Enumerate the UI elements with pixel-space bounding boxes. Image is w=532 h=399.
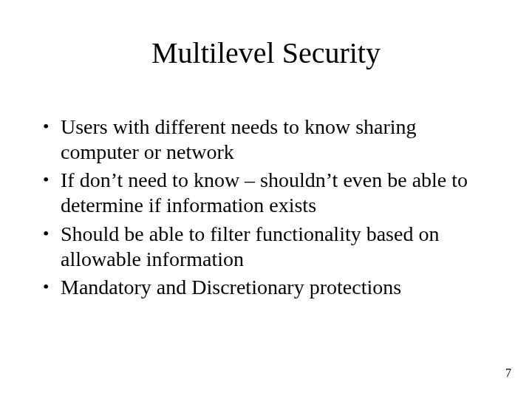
list-item: Mandatory and Discretionary protections: [40, 275, 492, 300]
slide: Multilevel Security Users with different…: [0, 0, 532, 399]
slide-body: Users with different needs to know shari…: [40, 115, 492, 303]
list-item: Should be able to filter functionality b…: [40, 222, 492, 272]
list-item: Users with different needs to know shari…: [40, 115, 492, 165]
list-item: If don’t need to know – shouldn’t even b…: [40, 168, 492, 218]
slide-title: Multilevel Security: [0, 35, 532, 70]
bullet-list: Users with different needs to know shari…: [40, 115, 492, 300]
page-number: 7: [505, 366, 511, 380]
